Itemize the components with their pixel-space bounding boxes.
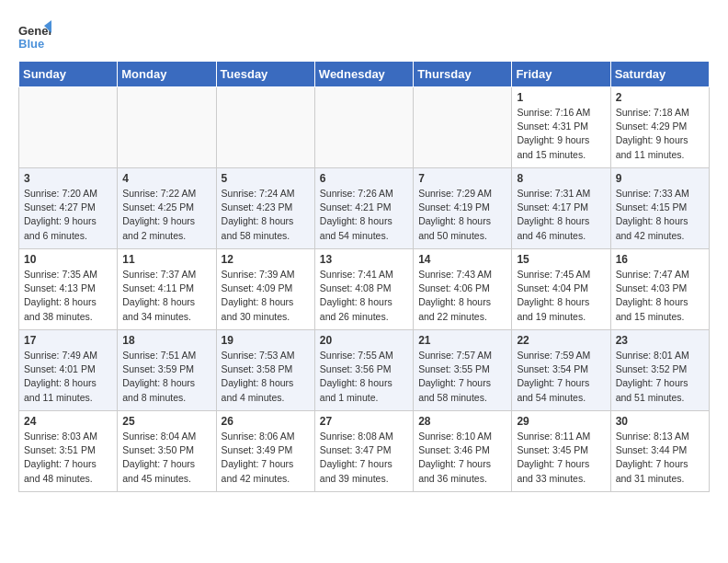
calendar-cell: 12Sunrise: 7:39 AMSunset: 4:09 PMDayligh… xyxy=(216,249,314,330)
day-info: Sunrise: 7:45 AMSunset: 4:04 PMDaylight:… xyxy=(517,268,605,324)
day-number: 8 xyxy=(517,172,605,185)
calendar-cell: 11Sunrise: 7:37 AMSunset: 4:11 PMDayligh… xyxy=(118,249,216,330)
day-number: 20 xyxy=(320,334,408,347)
day-info: Sunrise: 7:53 AMSunset: 3:58 PMDaylight:… xyxy=(222,349,310,405)
weekday-header-sunday: Sunday xyxy=(19,62,118,87)
weekday-header-wednesday: Wednesday xyxy=(314,62,413,87)
day-number: 15 xyxy=(517,253,605,266)
day-number: 2 xyxy=(616,91,704,104)
day-number: 11 xyxy=(122,253,210,266)
day-number: 22 xyxy=(517,334,605,347)
calendar-cell: 8Sunrise: 7:31 AMSunset: 4:17 PMDaylight… xyxy=(512,168,610,249)
day-info: Sunrise: 8:11 AMSunset: 3:45 PMDaylight:… xyxy=(517,430,605,486)
calendar-cell: 18Sunrise: 7:51 AMSunset: 3:59 PMDayligh… xyxy=(118,330,216,411)
day-number: 3 xyxy=(24,172,112,185)
day-info: Sunrise: 7:18 AMSunset: 4:29 PMDaylight:… xyxy=(616,106,704,162)
day-info: Sunrise: 8:08 AMSunset: 3:47 PMDaylight:… xyxy=(320,430,408,486)
calendar-cell: 13Sunrise: 7:41 AMSunset: 4:08 PMDayligh… xyxy=(314,249,413,330)
calendar-week-row: 17Sunrise: 7:49 AMSunset: 4:01 PMDayligh… xyxy=(19,330,710,411)
calendar-week-row: 3Sunrise: 7:20 AMSunset: 4:27 PMDaylight… xyxy=(19,168,710,249)
day-info: Sunrise: 8:10 AMSunset: 3:46 PMDaylight:… xyxy=(418,430,506,486)
day-number: 26 xyxy=(222,415,310,428)
day-number: 25 xyxy=(122,415,210,428)
weekday-header-tuesday: Tuesday xyxy=(216,62,314,87)
calendar-cell: 5Sunrise: 7:24 AMSunset: 4:23 PMDaylight… xyxy=(216,168,314,249)
calendar-cell xyxy=(216,87,314,168)
day-number: 14 xyxy=(418,253,506,266)
calendar-cell: 28Sunrise: 8:10 AMSunset: 3:46 PMDayligh… xyxy=(414,411,512,492)
calendar-week-row: 1Sunrise: 7:16 AMSunset: 4:31 PMDaylight… xyxy=(19,87,710,168)
day-number: 12 xyxy=(222,253,310,266)
calendar-cell: 10Sunrise: 7:35 AMSunset: 4:13 PMDayligh… xyxy=(19,249,118,330)
day-info: Sunrise: 7:20 AMSunset: 4:27 PMDaylight:… xyxy=(24,187,112,243)
day-info: Sunrise: 7:41 AMSunset: 4:08 PMDaylight:… xyxy=(320,268,408,324)
day-number: 10 xyxy=(24,253,112,266)
day-number: 16 xyxy=(616,253,704,266)
calendar-cell: 19Sunrise: 7:53 AMSunset: 3:58 PMDayligh… xyxy=(216,330,314,411)
logo-icon: General Blue xyxy=(18,18,51,52)
day-info: Sunrise: 7:59 AMSunset: 3:54 PMDaylight:… xyxy=(517,349,605,405)
day-info: Sunrise: 7:47 AMSunset: 4:03 PMDaylight:… xyxy=(616,268,704,324)
day-info: Sunrise: 7:49 AMSunset: 4:01 PMDaylight:… xyxy=(24,349,112,405)
calendar-cell: 21Sunrise: 7:57 AMSunset: 3:55 PMDayligh… xyxy=(414,330,512,411)
day-number: 5 xyxy=(222,172,310,185)
day-number: 4 xyxy=(122,172,210,185)
day-number: 9 xyxy=(616,172,704,185)
day-info: Sunrise: 7:51 AMSunset: 3:59 PMDaylight:… xyxy=(122,349,210,405)
day-number: 7 xyxy=(418,172,506,185)
calendar-cell: 3Sunrise: 7:20 AMSunset: 4:27 PMDaylight… xyxy=(19,168,118,249)
calendar-cell: 7Sunrise: 7:29 AMSunset: 4:19 PMDaylight… xyxy=(414,168,512,249)
day-info: Sunrise: 7:55 AMSunset: 3:56 PMDaylight:… xyxy=(320,349,408,405)
logo: General Blue xyxy=(18,18,51,52)
calendar-header-row: SundayMondayTuesdayWednesdayThursdayFrid… xyxy=(19,62,710,87)
calendar-week-row: 24Sunrise: 8:03 AMSunset: 3:51 PMDayligh… xyxy=(19,411,710,492)
calendar-cell: 2Sunrise: 7:18 AMSunset: 4:29 PMDaylight… xyxy=(610,87,709,168)
calendar-cell: 14Sunrise: 7:43 AMSunset: 4:06 PMDayligh… xyxy=(414,249,512,330)
day-number: 13 xyxy=(320,253,408,266)
day-info: Sunrise: 8:03 AMSunset: 3:51 PMDaylight:… xyxy=(24,430,112,486)
weekday-header-monday: Monday xyxy=(118,62,216,87)
day-info: Sunrise: 7:39 AMSunset: 4:09 PMDaylight:… xyxy=(222,268,310,324)
day-info: Sunrise: 8:04 AMSunset: 3:50 PMDaylight:… xyxy=(122,430,210,486)
day-number: 17 xyxy=(24,334,112,347)
day-number: 21 xyxy=(418,334,506,347)
day-info: Sunrise: 7:16 AMSunset: 4:31 PMDaylight:… xyxy=(517,106,605,162)
page-header: General Blue xyxy=(18,18,710,52)
weekday-header-saturday: Saturday xyxy=(610,62,709,87)
calendar-cell: 15Sunrise: 7:45 AMSunset: 4:04 PMDayligh… xyxy=(512,249,610,330)
calendar-week-row: 10Sunrise: 7:35 AMSunset: 4:13 PMDayligh… xyxy=(19,249,710,330)
calendar-cell: 20Sunrise: 7:55 AMSunset: 3:56 PMDayligh… xyxy=(314,330,413,411)
day-info: Sunrise: 8:06 AMSunset: 3:49 PMDaylight:… xyxy=(222,430,310,486)
calendar-cell: 24Sunrise: 8:03 AMSunset: 3:51 PMDayligh… xyxy=(19,411,118,492)
day-number: 23 xyxy=(616,334,704,347)
weekday-header-thursday: Thursday xyxy=(414,62,512,87)
calendar-cell: 16Sunrise: 7:47 AMSunset: 4:03 PMDayligh… xyxy=(610,249,709,330)
day-number: 18 xyxy=(122,334,210,347)
calendar-cell xyxy=(314,87,413,168)
day-number: 28 xyxy=(418,415,506,428)
day-info: Sunrise: 8:01 AMSunset: 3:52 PMDaylight:… xyxy=(616,349,704,405)
day-number: 27 xyxy=(320,415,408,428)
calendar-cell: 4Sunrise: 7:22 AMSunset: 4:25 PMDaylight… xyxy=(118,168,216,249)
calendar-cell: 6Sunrise: 7:26 AMSunset: 4:21 PMDaylight… xyxy=(314,168,413,249)
calendar-cell: 22Sunrise: 7:59 AMSunset: 3:54 PMDayligh… xyxy=(512,330,610,411)
calendar-cell: 25Sunrise: 8:04 AMSunset: 3:50 PMDayligh… xyxy=(118,411,216,492)
day-info: Sunrise: 8:13 AMSunset: 3:44 PMDaylight:… xyxy=(616,430,704,486)
calendar-table: SundayMondayTuesdayWednesdayThursdayFrid… xyxy=(18,61,710,492)
day-info: Sunrise: 7:43 AMSunset: 4:06 PMDaylight:… xyxy=(418,268,506,324)
calendar-cell: 23Sunrise: 8:01 AMSunset: 3:52 PMDayligh… xyxy=(610,330,709,411)
day-info: Sunrise: 7:22 AMSunset: 4:25 PMDaylight:… xyxy=(122,187,210,243)
day-info: Sunrise: 7:24 AMSunset: 4:23 PMDaylight:… xyxy=(222,187,310,243)
calendar-cell xyxy=(414,87,512,168)
day-number: 24 xyxy=(24,415,112,428)
day-number: 6 xyxy=(320,172,408,185)
calendar-cell xyxy=(19,87,118,168)
weekday-header-friday: Friday xyxy=(512,62,610,87)
day-number: 1 xyxy=(517,91,605,104)
calendar-cell: 30Sunrise: 8:13 AMSunset: 3:44 PMDayligh… xyxy=(610,411,709,492)
svg-text:Blue: Blue xyxy=(18,37,44,51)
day-info: Sunrise: 7:35 AMSunset: 4:13 PMDaylight:… xyxy=(24,268,112,324)
calendar-cell: 29Sunrise: 8:11 AMSunset: 3:45 PMDayligh… xyxy=(512,411,610,492)
day-info: Sunrise: 7:57 AMSunset: 3:55 PMDaylight:… xyxy=(418,349,506,405)
day-number: 19 xyxy=(222,334,310,347)
